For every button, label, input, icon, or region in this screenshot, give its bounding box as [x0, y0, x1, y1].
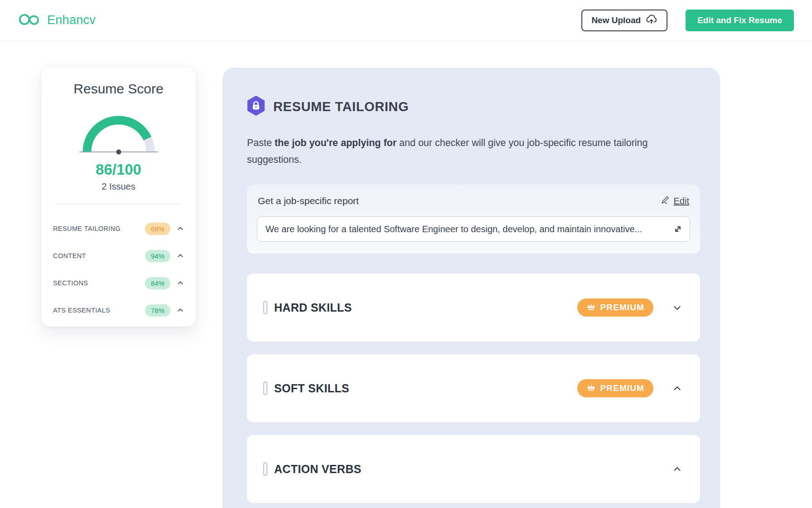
category-label: ATS ESSENTIALS — [53, 307, 145, 314]
premium-label: PREMIUM — [600, 383, 644, 393]
hard-skills-card[interactable]: HARD SKILLS PREMIUM — [247, 274, 700, 342]
soft-skills-card[interactable]: SOFT SKILLS PREMIUM — [247, 354, 700, 422]
chevron-up-icon[interactable] — [177, 279, 184, 287]
category-label: SECTIONS — [53, 279, 145, 287]
premium-lock-icon — [247, 96, 265, 117]
crown-icon — [586, 383, 596, 393]
crown-icon — [586, 303, 596, 313]
score-category-list: RESUME TAILORING 68% CONTENT 94% SECTION… — [53, 215, 184, 324]
premium-label: PREMIUM — [600, 303, 644, 313]
job-report-card: Get a job-specific report Edit — [247, 185, 700, 254]
category-row-sections[interactable]: SECTIONS 84% — [53, 269, 184, 297]
category-percent-badge: 94% — [145, 250, 170, 262]
action-verbs-card[interactable]: ACTION VERBS — [247, 435, 700, 503]
resume-score-title: Resume Score — [53, 81, 184, 97]
category-percent-badge: 68% — [145, 223, 170, 235]
hard-skills-title: HARD SKILLS — [274, 301, 352, 314]
edit-link-label: Edit — [674, 196, 689, 206]
divider — [56, 204, 181, 204]
category-label: RESUME TAILORING — [53, 225, 145, 232]
edit-job-link[interactable]: Edit — [661, 195, 689, 206]
chevron-up-icon[interactable] — [177, 252, 184, 259]
intro-text: Paste the job you're applying for and ou… — [247, 135, 691, 168]
chevron-up-icon[interactable] — [177, 225, 184, 232]
issues-count: 2 Issues — [53, 181, 184, 192]
chevron-up-icon[interactable] — [672, 384, 682, 393]
premium-badge[interactable]: PREMIUM — [577, 379, 653, 397]
category-row-resume-tailoring[interactable]: RESUME TAILORING 68% — [53, 215, 184, 242]
resume-score-card: Resume Score 86/100 2 Issues RESUME TAIL… — [41, 68, 196, 327]
section-title: RESUME TAILORING — [273, 99, 409, 114]
cloud-upload-icon — [645, 14, 657, 27]
score-value: 86/100 — [53, 161, 184, 178]
action-verbs-title: ACTION VERBS — [274, 463, 362, 476]
new-upload-label: New Upload — [591, 15, 641, 25]
category-percent-badge: 84% — [145, 277, 170, 289]
section-accent-pill — [263, 462, 267, 476]
edit-and-fix-resume-button[interactable]: Edit and Fix Resume — [686, 10, 794, 31]
enhancv-logo-icon — [18, 12, 42, 29]
chevron-down-icon[interactable] — [672, 303, 682, 313]
brand-logo[interactable]: Enhancv — [18, 12, 96, 29]
premium-badge[interactable]: PREMIUM — [577, 298, 653, 317]
category-row-ats-essentials[interactable]: ATS ESSENTIALS 78% — [53, 297, 184, 324]
section-accent-pill — [263, 301, 267, 314]
chevron-up-icon[interactable] — [672, 464, 682, 474]
header-actions: New Upload Edit and Fix Resume — [581, 10, 794, 31]
top-nav: Enhancv New Upload Edit and Fix Resume — [0, 0, 812, 41]
brand-name: Enhancv — [47, 13, 96, 27]
chevron-up-icon[interactable] — [177, 307, 184, 314]
section-header: RESUME TAILORING — [247, 96, 696, 117]
new-upload-button[interactable]: New Upload — [581, 10, 667, 31]
section-accent-pill — [263, 381, 267, 395]
category-label: CONTENT — [53, 252, 145, 259]
expand-icon[interactable] — [672, 223, 684, 237]
soft-skills-title: SOFT SKILLS — [274, 382, 349, 395]
category-percent-badge: 78% — [145, 304, 170, 317]
job-description-input[interactable] — [257, 216, 690, 242]
score-gauge — [76, 107, 162, 159]
report-label: Get a job-specific report — [258, 195, 359, 206]
pencil-icon — [661, 195, 670, 206]
resume-tailoring-panel: RESUME TAILORING Paste the job you're ap… — [222, 68, 720, 508]
category-row-content[interactable]: CONTENT 94% — [53, 242, 184, 269]
